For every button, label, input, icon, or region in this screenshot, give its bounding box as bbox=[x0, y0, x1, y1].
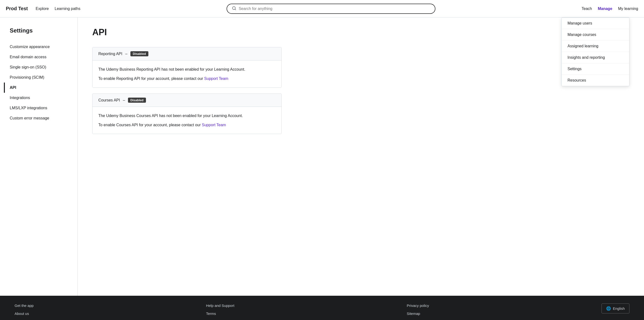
header-actions: Teach Manage My learning bbox=[582, 6, 638, 11]
footer-col-3: Privacy policy Sitemap bbox=[407, 304, 429, 316]
language-label: English bbox=[613, 306, 625, 310]
sidebar-item-email-domain[interactable]: Email domain access bbox=[10, 52, 72, 62]
sidebar-item-integrations[interactable]: Integrations bbox=[10, 93, 72, 103]
language-button[interactable]: 🌐 English bbox=[602, 304, 630, 314]
nav-explore[interactable]: Explore bbox=[36, 6, 49, 11]
globe-icon: 🌐 bbox=[606, 306, 611, 311]
reporting-api-separator: – bbox=[125, 52, 128, 56]
sidebar: Settings Customize appearance Email doma… bbox=[0, 18, 78, 296]
sidebar-item-sso[interactable]: Single sign-on (SSO) bbox=[10, 62, 72, 72]
main-content: API Reporting API – Disabled The Udemy B… bbox=[78, 18, 296, 296]
svg-line-1 bbox=[235, 9, 236, 10]
reporting-api-header: Reporting API – Disabled bbox=[92, 47, 282, 60]
reporting-api-description: The Udemy Business Reporting API has not… bbox=[98, 66, 276, 72]
manage-dropdown: Manage users Manage courses Assigned lea… bbox=[562, 18, 630, 86]
nav-teach[interactable]: Teach bbox=[582, 6, 592, 11]
courses-api-badge: Disabled bbox=[128, 98, 146, 103]
search-input[interactable] bbox=[239, 6, 430, 11]
search-bar bbox=[226, 4, 436, 14]
footer: Get the app About us Help and Support Te… bbox=[0, 296, 644, 320]
footer-right: 🌐 English bbox=[602, 304, 630, 314]
sidebar-title: Settings bbox=[10, 27, 72, 34]
dropdown-item-resources[interactable]: Resources bbox=[562, 75, 629, 86]
logo[interactable]: Prod Test bbox=[6, 6, 28, 12]
reporting-api-body: The Udemy Business Reporting API has not… bbox=[92, 60, 282, 88]
reporting-api-title: Reporting API bbox=[98, 52, 122, 56]
courses-api-title: Courses API bbox=[98, 98, 120, 102]
reporting-api-card: Reporting API – Disabled The Udemy Busin… bbox=[92, 47, 282, 88]
reporting-api-contact: To enable Reporting API for your account… bbox=[98, 76, 276, 82]
courses-api-header: Courses API – Disabled bbox=[92, 94, 282, 107]
footer-sitemap[interactable]: Sitemap bbox=[407, 312, 429, 316]
dropdown-item-manage-users[interactable]: Manage users bbox=[562, 18, 629, 29]
footer-get-app[interactable]: Get the app bbox=[14, 304, 34, 308]
dropdown-item-insights[interactable]: Insights and reporting bbox=[562, 52, 629, 63]
reporting-api-badge: Disabled bbox=[130, 51, 148, 56]
courses-api-separator: – bbox=[123, 98, 125, 102]
page-title: API bbox=[92, 27, 282, 38]
sidebar-item-lms[interactable]: LMS/LXP integrations bbox=[10, 103, 72, 113]
sidebar-nav: Customize appearance Email domain access… bbox=[10, 42, 72, 123]
reporting-api-support-link[interactable]: Support Team bbox=[204, 76, 228, 80]
header: Prod Test Explore Learning paths Teach M… bbox=[0, 0, 644, 18]
footer-col-2: Help and Support Terms bbox=[206, 304, 234, 316]
main-nav: Explore Learning paths bbox=[36, 6, 80, 11]
nav-learning-paths[interactable]: Learning paths bbox=[55, 6, 80, 11]
courses-api-card: Courses API – Disabled The Udemy Busines… bbox=[92, 94, 282, 134]
sidebar-item-api[interactable]: API bbox=[10, 82, 72, 93]
search-wrapper bbox=[226, 4, 436, 14]
dropdown-item-manage-courses[interactable]: Manage courses bbox=[562, 29, 629, 40]
sidebar-item-provisioning[interactable]: Provisioning (SCIM) bbox=[10, 72, 72, 82]
dropdown-item-settings[interactable]: Settings bbox=[562, 63, 629, 75]
search-icon bbox=[232, 6, 236, 12]
courses-api-description: The Udemy Business Courses API has not b… bbox=[98, 113, 276, 119]
nav-my-learning[interactable]: My learning bbox=[618, 6, 638, 11]
sidebar-item-custom-error[interactable]: Custom error message bbox=[10, 113, 72, 123]
nav-manage[interactable]: Manage bbox=[598, 6, 612, 11]
dropdown-item-assigned-learning[interactable]: Assigned learning bbox=[562, 40, 629, 52]
courses-api-body: The Udemy Business Courses API has not b… bbox=[92, 107, 282, 134]
footer-terms[interactable]: Terms bbox=[206, 312, 234, 316]
footer-privacy[interactable]: Privacy policy bbox=[407, 304, 429, 308]
courses-api-contact: To enable Courses API for your account, … bbox=[98, 122, 276, 128]
footer-help-support[interactable]: Help and Support bbox=[206, 304, 234, 308]
footer-col-1: Get the app About us bbox=[14, 304, 34, 316]
page-wrapper: Settings Customize appearance Email doma… bbox=[0, 18, 644, 296]
sidebar-item-customize[interactable]: Customize appearance bbox=[10, 42, 72, 52]
footer-about-us[interactable]: About us bbox=[14, 312, 34, 316]
courses-api-support-link[interactable]: Support Team bbox=[202, 123, 226, 127]
